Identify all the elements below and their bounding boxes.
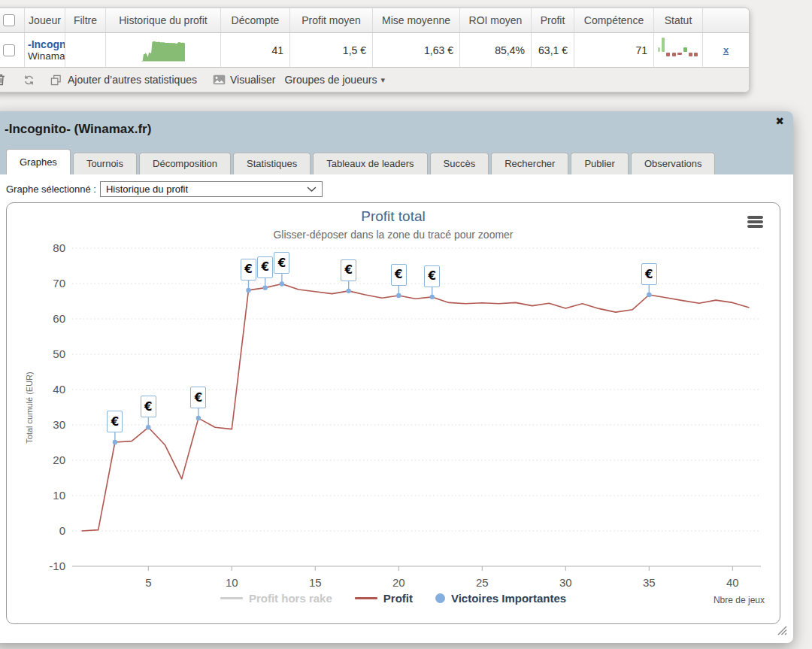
profit-chart: Profit total Glisser-déposer dans la zon… xyxy=(6,202,780,624)
big-win-marker[interactable]: € xyxy=(341,259,356,281)
chevron-down-icon: ▾ xyxy=(380,75,385,85)
column-header-mise-moyenne[interactable]: Mise moyenne xyxy=(373,8,460,32)
legend-line-icon xyxy=(220,597,243,599)
add-stats-button[interactable]: Ajouter d’autres statistiques xyxy=(68,74,197,86)
svg-text:20: 20 xyxy=(53,453,65,466)
select-all-checkbox[interactable] xyxy=(3,14,15,26)
status-bar xyxy=(672,53,676,56)
svg-text:10: 10 xyxy=(53,489,65,502)
refresh-icon[interactable] xyxy=(23,74,35,86)
column-header-joueur[interactable]: Joueur xyxy=(25,8,65,32)
profit-history-cell xyxy=(106,33,221,67)
big-win-marker[interactable]: € xyxy=(274,252,289,274)
table-row[interactable]: -Incognito- Winamax.fr 41 1,5 € 1,63 € 8… xyxy=(0,33,749,68)
visualize-button[interactable]: Visualiser xyxy=(230,74,275,86)
duplicate-icon[interactable] xyxy=(50,74,62,86)
trash-icon[interactable] xyxy=(0,74,5,86)
svg-text:70: 70 xyxy=(53,277,65,290)
big-win-marker[interactable]: € xyxy=(424,265,440,287)
chart-legend: Profit hors rakeProfitVictoires Importan… xyxy=(7,592,780,605)
x-axis-title: Nbre de jeux xyxy=(714,595,765,605)
column-header-statut[interactable]: Statut xyxy=(654,8,703,32)
status-bar xyxy=(662,38,665,52)
svg-text:30: 30 xyxy=(53,418,65,431)
legend-item-profit-hors-rake[interactable]: Profit hors rake xyxy=(220,592,332,605)
close-icon[interactable]: ✖ xyxy=(775,116,784,126)
status-bar xyxy=(666,53,670,56)
svg-text:35: 35 xyxy=(643,576,656,589)
profit-cell: 63,1 € xyxy=(532,33,574,67)
tab-succ-s[interactable]: Succès xyxy=(430,153,489,174)
legend-item-profit[interactable]: Profit xyxy=(355,592,413,605)
remove-cell: x xyxy=(703,33,749,67)
legend-label: Victoires Importantes xyxy=(451,592,566,605)
tab-tableaux-de-leaders[interactable]: Tableaux de leaders xyxy=(313,153,427,174)
big-win-marker[interactable]: € xyxy=(391,264,407,286)
tab-publier[interactable]: Publier xyxy=(571,153,628,174)
svg-text:30: 30 xyxy=(559,576,572,589)
tab-statistiques[interactable]: Statistiques xyxy=(233,153,311,174)
dialog-body: Graphe sélectionné : Historique du profi… xyxy=(0,174,793,624)
big-win-marker[interactable]: € xyxy=(241,259,256,281)
svg-text:20: 20 xyxy=(392,576,405,589)
big-win-marker[interactable]: € xyxy=(190,387,206,408)
status-bar xyxy=(658,47,660,52)
column-header-profit[interactable]: Profit xyxy=(532,8,574,32)
row-select-cell xyxy=(0,33,25,67)
filter-cell xyxy=(65,33,106,67)
row-checkbox[interactable] xyxy=(3,44,15,56)
tab-tournois[interactable]: Tournois xyxy=(73,153,137,174)
big-win-marker[interactable]: € xyxy=(107,411,123,432)
player-stats-panel: JoueurFiltreHistorique du profitDécompte… xyxy=(0,8,750,92)
svg-text:15: 15 xyxy=(309,576,322,589)
status-bar xyxy=(677,53,682,55)
player-detail-dialog: -Incognito- (Winamax.fr) ✖ GraphesTourno… xyxy=(0,111,793,643)
resize-grip-icon[interactable] xyxy=(777,625,787,638)
select-all-cell xyxy=(0,8,25,32)
big-win-marker[interactable]: € xyxy=(257,256,273,278)
remove-row-link[interactable]: x xyxy=(723,44,729,56)
player-name-link[interactable]: -Incognito- xyxy=(28,38,65,50)
legend-dot-icon xyxy=(435,593,445,603)
dialog-titlebar[interactable]: -Incognito- (Winamax.fr) xyxy=(0,111,793,147)
dialog-title: -Incognito- (Winamax.fr) xyxy=(5,122,151,137)
table-header-row: JoueurFiltreHistorique du profitDécompte… xyxy=(0,8,749,33)
column-header-d-compte[interactable]: Décompte xyxy=(221,8,290,32)
column-header-profit-moyen[interactable]: Profit moyen xyxy=(290,8,373,32)
status-sparkline xyxy=(656,40,700,61)
chevron-down-icon xyxy=(307,187,317,192)
avg-profit-cell: 1,5 € xyxy=(290,33,373,67)
status-bar xyxy=(689,53,692,56)
tab-d-composition[interactable]: Décomposition xyxy=(139,153,231,174)
legend-item-victoires-importantes[interactable]: Victoires Importantes xyxy=(435,592,566,605)
big-win-marker[interactable]: € xyxy=(141,396,156,417)
tab-rechercher[interactable]: Rechercher xyxy=(491,153,568,174)
svg-text:40: 40 xyxy=(726,576,739,589)
svg-text:60: 60 xyxy=(53,312,65,325)
status-bar xyxy=(694,53,698,56)
svg-text:0: 0 xyxy=(59,524,65,537)
graph-select-value: Historique du profit xyxy=(106,183,188,195)
player-cell[interactable]: -Incognito- Winamax.fr xyxy=(25,33,65,67)
big-win-marker[interactable]: € xyxy=(641,263,657,285)
column-header-historique-du-profit[interactable]: Historique du profit xyxy=(106,8,221,32)
tab-observations[interactable]: Observations xyxy=(631,153,716,174)
tab-graphes[interactable]: Graphes xyxy=(6,149,71,174)
legend-label: Profit hors rake xyxy=(249,592,332,605)
graph-select-dropdown[interactable]: Historique du profit xyxy=(100,181,323,197)
svg-text:80: 80 xyxy=(53,241,65,254)
legend-line-icon xyxy=(355,597,377,599)
column-header-comp-tence[interactable]: Compétence xyxy=(574,8,654,32)
player-groups-button[interactable]: Groupes de joueurs xyxy=(284,74,377,86)
count-cell: 41 xyxy=(221,33,290,67)
svg-text:Total cumulé (EUR): Total cumulé (EUR) xyxy=(25,372,34,443)
svg-text:25: 25 xyxy=(476,576,489,589)
column-header-filtre[interactable]: Filtre xyxy=(65,8,106,32)
svg-text:40: 40 xyxy=(53,383,65,396)
column-header-actions xyxy=(703,8,749,32)
skill-cell: 71 xyxy=(574,33,654,67)
column-header-roi-moyen[interactable]: ROI moyen xyxy=(460,8,532,32)
graph-select-label: Graphe sélectionné : xyxy=(6,183,96,195)
avg-stake-cell: 1,63 € xyxy=(373,33,460,67)
table-toolbar: Ajouter d’autres statistiques Visualiser… xyxy=(0,68,749,92)
